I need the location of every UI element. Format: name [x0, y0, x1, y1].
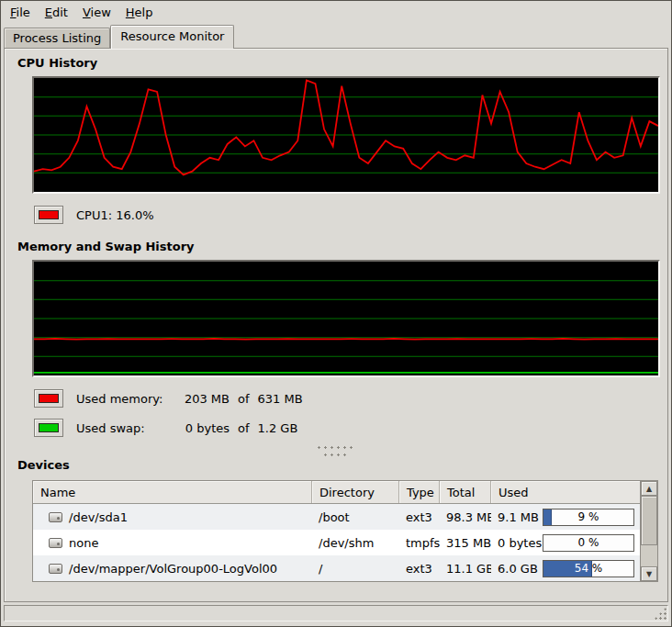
device-name: none: [69, 536, 98, 550]
cpu-history-plot: [34, 78, 658, 192]
memory-used-value: 203 MB: [173, 392, 230, 406]
devices-table-header: Name Directory Type Total Used: [33, 481, 640, 504]
cpu-history-title: CPU History: [14, 56, 658, 73]
drive-icon: [49, 512, 62, 522]
tab-bar: Process Listing Resource Monitor: [1, 24, 671, 49]
memory-legend-label: Used memory:: [76, 392, 173, 406]
device-used: 6.0 GB: [498, 562, 538, 576]
drive-icon: [49, 538, 62, 548]
memory-color-chip: [39, 394, 59, 403]
memory-of-label: of: [238, 392, 250, 406]
device-total: 98.3 MB: [440, 510, 491, 524]
menu-file[interactable]: File: [3, 3, 38, 22]
usage-progress-bar: 0 % 0 %: [543, 534, 634, 552]
column-header-directory[interactable]: Directory: [312, 481, 399, 503]
chevron-down-icon: ▼: [646, 570, 652, 578]
pane-handle-dots: [322, 453, 350, 457]
scrollbar-track[interactable]: [641, 496, 657, 566]
memory-total-value: 631 MB: [258, 392, 303, 406]
device-type: tmpfs: [399, 536, 440, 550]
table-row-dev-sda1[interactable]: /dev/sda1 /boot ext3 98.3 MB 9.1 MB 9 % …: [33, 504, 640, 530]
device-directory: /dev/shm: [312, 536, 399, 550]
chevron-up-icon: ▲: [646, 485, 652, 493]
usage-percent-label: 54 %: [543, 561, 592, 577]
pane-handle[interactable]: [310, 445, 362, 458]
scroll-down-button[interactable]: ▼: [641, 566, 657, 581]
column-header-name[interactable]: Name: [33, 481, 312, 503]
swap-of-label: of: [238, 421, 250, 435]
scrollbar-thumb[interactable]: [641, 496, 657, 545]
cpu-history-graph: [32, 76, 660, 194]
menubar: File Edit View Help: [1, 1, 671, 24]
tab-process-listing[interactable]: Process Listing: [4, 28, 110, 48]
system-monitor-window: File Edit View Help Process Listing Reso…: [0, 0, 672, 627]
swap-used-value: 0 bytes: [173, 421, 230, 435]
usage-percent-label: 9 %: [543, 509, 552, 525]
device-total: 315 MB: [440, 536, 491, 550]
devices-table-zone: Name Directory Type Total Used /dev/sda1…: [32, 480, 658, 582]
devices-table: Name Directory Type Total Used /dev/sda1…: [32, 480, 641, 582]
resize-grip-icon[interactable]: [654, 607, 666, 620]
drive-icon: [49, 564, 62, 574]
memory-swap-plot: [34, 262, 658, 375]
device-used: 9.1 MB: [498, 510, 539, 524]
status-bar: [4, 605, 668, 621]
usage-percent-label: 9 %: [543, 509, 633, 525]
menu-view[interactable]: View: [75, 3, 118, 22]
device-type: ext3: [399, 510, 440, 524]
usage-progress-fill: 9 %: [543, 509, 552, 525]
table-row-none[interactable]: none /dev/shm tmpfs 315 MB 0 bytes 0 % 0…: [33, 530, 640, 555]
devices-title: Devices: [14, 458, 658, 475]
column-header-used[interactable]: Used: [491, 481, 640, 503]
device-total: 11.1 GB: [440, 562, 491, 576]
memory-legend-swatch: [34, 389, 63, 408]
usage-progress-fill: 54 %: [543, 561, 592, 577]
swap-legend: Used swap: 0 bytes of 1.2 GB: [34, 418, 658, 438]
memory-legend: Used memory: 203 MB of 631 MB: [34, 388, 658, 409]
cpu-legend: CPU1: 16.0%: [34, 205, 658, 225]
devices-vertical-scrollbar[interactable]: ▲ ▼: [641, 480, 658, 582]
column-header-total[interactable]: Total: [440, 481, 491, 503]
cpu-legend-swatch: [34, 206, 63, 224]
menu-edit[interactable]: Edit: [38, 3, 75, 22]
cpu-color-chip: [39, 210, 59, 219]
memory-swap-history-graph: [32, 260, 660, 377]
device-directory: /boot: [312, 510, 399, 524]
column-header-type[interactable]: Type: [399, 481, 440, 503]
usage-progress-bar: 54 % 54 %: [543, 560, 634, 577]
device-name: /dev/mapper/VolGroup00-LogVol00: [69, 562, 277, 576]
scroll-up-button[interactable]: ▲: [641, 481, 657, 496]
device-name: /dev/sda1: [69, 510, 128, 524]
memory-swap-history-title: Memory and Swap History: [14, 240, 658, 256]
usage-progress-bar: 9 % 9 %: [543, 509, 634, 526]
pane-handle-dots: [316, 445, 356, 450]
device-directory: /: [312, 562, 399, 576]
usage-percent-label: 0 %: [543, 535, 633, 551]
tab-resource-monitor[interactable]: Resource Monitor: [110, 25, 234, 49]
swap-legend-label: Used swap:: [76, 421, 173, 435]
table-row-volgroup[interactable]: /dev/mapper/VolGroup00-LogVol00 / ext3 1…: [33, 555, 640, 581]
swap-total-value: 1.2 GB: [258, 421, 298, 435]
swap-color-chip: [39, 423, 59, 432]
menu-help[interactable]: Help: [118, 3, 161, 22]
swap-legend-swatch: [34, 419, 63, 437]
device-type: ext3: [399, 562, 440, 576]
cpu-legend-label: CPU1: 16.0%: [76, 208, 154, 222]
resource-monitor-page: CPU History CPU1: 16.0% Memory and Swap …: [4, 48, 668, 602]
device-used: 0 bytes: [498, 536, 542, 550]
